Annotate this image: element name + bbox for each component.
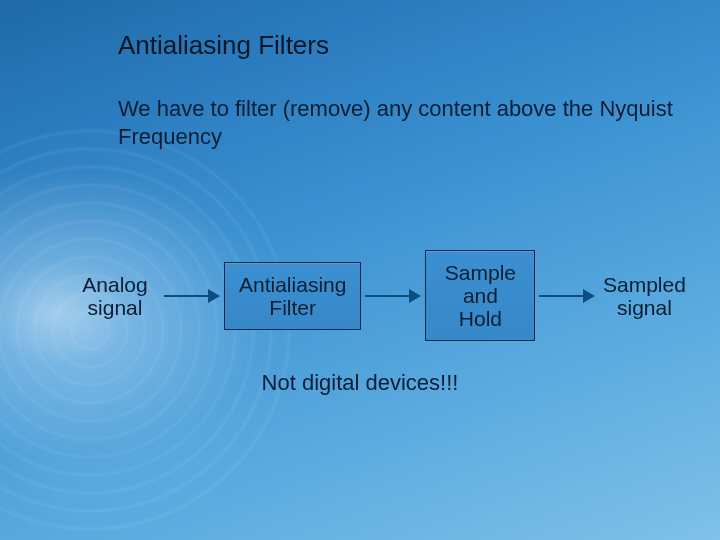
- box1-line2: Filter: [269, 296, 316, 319]
- output-label-line1: Sampled: [603, 273, 686, 296]
- output-label-line2: signal: [617, 296, 672, 319]
- slide-body: We have to filter (remove) any content a…: [118, 95, 680, 150]
- sample-and-hold-box: Sample and Hold: [425, 250, 535, 341]
- footnote: Not digital devices!!!: [0, 370, 720, 396]
- signal-flow-diagram: Analog signal Antialiasing Filter Sample…: [70, 250, 700, 341]
- arrow-icon: [365, 289, 421, 303]
- arrow-icon: [539, 289, 595, 303]
- box2-line1: Sample: [445, 261, 516, 284]
- box1-line1: Antialiasing: [239, 273, 346, 296]
- box2-line3: Hold: [459, 307, 502, 330]
- output-label: Sampled signal: [599, 273, 689, 319]
- input-label-line1: Analog: [82, 273, 147, 296]
- text-area: Antialiasing Filters We have to filter (…: [118, 30, 680, 150]
- slide-title: Antialiasing Filters: [118, 30, 680, 61]
- input-label-line2: signal: [88, 296, 143, 319]
- box2-line2: and: [463, 284, 498, 307]
- input-label: Analog signal: [70, 273, 160, 319]
- slide: Antialiasing Filters We have to filter (…: [0, 0, 720, 540]
- arrow-icon: [164, 289, 220, 303]
- antialiasing-filter-box: Antialiasing Filter: [224, 262, 361, 330]
